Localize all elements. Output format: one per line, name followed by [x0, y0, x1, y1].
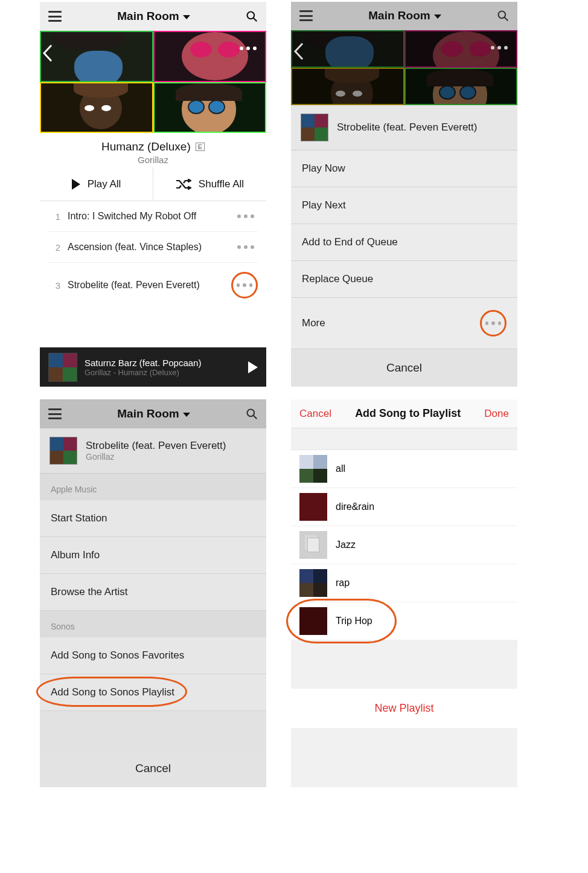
playlist-row[interactable]: Jazz — [291, 526, 517, 564]
now-playing-art — [48, 353, 77, 382]
room-name: Main Room — [117, 407, 179, 420]
shuffle-icon — [176, 178, 191, 190]
action-replace-queue[interactable]: Replace Queue — [291, 261, 517, 298]
playlist-art — [299, 493, 327, 521]
new-playlist-label: New Playlist — [374, 702, 433, 714]
playlist-row[interactable]: dire&rain — [291, 488, 517, 526]
chevron-down-icon — [183, 15, 190, 19]
playlist-name: Trip Hop — [336, 616, 372, 627]
action-play-now[interactable]: Play Now — [291, 150, 517, 187]
album-title: Humanz (Deluxe) — [101, 140, 191, 153]
modal-title: Add Song to Playlist — [355, 407, 461, 420]
room-name: Main Room — [368, 9, 430, 22]
play-all-button[interactable]: Play All — [40, 167, 153, 201]
menu-icon[interactable] — [48, 11, 62, 22]
track-title: Ascension (feat. Vince Staples) — [68, 241, 234, 253]
section-sonos: Sonos — [40, 611, 266, 637]
done-button[interactable]: Done — [484, 408, 509, 420]
more-dots-icon[interactable] — [480, 310, 507, 337]
room-selector: Main Room — [313, 9, 497, 22]
action-browse-artist[interactable]: Browse the Artist — [40, 574, 266, 611]
more-sheet: Strobelite (feat. Peven Everett) Gorilla… — [40, 428, 266, 787]
playlist-art — [299, 569, 327, 597]
album-artist: Gorillaz — [45, 155, 261, 165]
action-play-next[interactable]: Play Next — [291, 187, 517, 224]
action-add-favorites[interactable]: Add Song to Sonos Favorites — [40, 637, 266, 674]
search-icon[interactable] — [246, 10, 258, 22]
album-cover — [40, 31, 266, 133]
cancel-button[interactable]: Cancel — [299, 408, 331, 420]
album-more-icon[interactable] — [240, 47, 257, 50]
track-row[interactable]: 2 Ascension (feat. Vince Staples) — [48, 232, 258, 263]
song-art — [301, 114, 328, 141]
spacer — [291, 728, 517, 787]
action-add-end-queue[interactable]: Add to End of Queue — [291, 224, 517, 261]
playlist-row[interactable]: all — [291, 450, 517, 488]
playlist-name: rap — [336, 578, 350, 588]
playlist-placeholder-icon — [299, 531, 327, 559]
action-more-label: More — [302, 317, 480, 329]
room-name: Main Room — [117, 10, 179, 23]
playlist-row[interactable]: Trip Hop — [291, 602, 517, 640]
track-more-icon[interactable] — [234, 242, 258, 253]
search-icon — [246, 408, 258, 420]
track-number: 3 — [48, 280, 68, 291]
chevron-down-icon — [183, 413, 190, 417]
room-selector[interactable]: Main Room — [62, 10, 246, 23]
now-playing-bar[interactable]: Saturnz Barz (feat. Popcaan) Gorillaz - … — [40, 347, 266, 387]
song-art — [50, 437, 77, 465]
now-playing-sub: Gorillaz - Humanz (Deluxe) — [85, 368, 241, 377]
playlist-name: dire&rain — [336, 501, 374, 512]
svg-line-5 — [254, 416, 257, 419]
svg-point-0 — [248, 12, 255, 19]
track-row[interactable]: 1 Intro: I Switched My Robot Off — [48, 201, 258, 232]
menu-icon — [299, 10, 313, 21]
track-more-icon[interactable] — [231, 272, 258, 298]
track-more-icon[interactable] — [234, 211, 258, 222]
svg-point-4 — [248, 410, 255, 417]
playlist-row[interactable]: rap — [291, 564, 517, 602]
cancel-button[interactable]: Cancel — [40, 750, 266, 787]
sheet-header: Strobelite (feat. Peven Everett) — [291, 105, 517, 150]
sheet-header: Strobelite (feat. Peven Everett) Gorilla… — [40, 428, 266, 474]
explicit-badge: E — [196, 143, 205, 151]
song-title: Strobelite (feat. Peven Everett) — [86, 440, 226, 452]
action-sheet: Strobelite (feat. Peven Everett) Play No… — [291, 105, 517, 387]
track-row[interactable]: 3 Strobelite (feat. Peven Everett) — [48, 263, 258, 308]
album-meta: Humanz (Deluxe) E Gorillaz — [40, 133, 266, 167]
song-title: Strobelite (feat. Peven Everett) — [337, 121, 477, 134]
shuffle-all-button[interactable]: Shuffle All — [153, 167, 266, 201]
menu-icon — [48, 408, 62, 419]
modal-nav: Cancel Add Song to Playlist Done — [291, 399, 517, 428]
track-title: Strobelite (feat. Peven Everett) — [68, 279, 231, 291]
play-icon[interactable] — [248, 361, 258, 373]
playlist-name: all — [336, 463, 345, 474]
action-album-info[interactable]: Album Info — [40, 537, 266, 574]
chevron-down-icon — [434, 14, 441, 19]
action-more[interactable]: More — [291, 298, 517, 349]
action-start-station[interactable]: Start Station — [40, 500, 266, 537]
cancel-button[interactable]: Cancel — [291, 349, 517, 387]
svg-line-3 — [505, 18, 508, 21]
new-playlist-button[interactable]: New Playlist — [291, 689, 517, 728]
now-playing-title: Saturnz Barz (feat. Popcaan) — [85, 358, 241, 368]
back-icon[interactable] — [42, 44, 53, 62]
track-number: 2 — [48, 242, 68, 253]
back-icon — [293, 42, 304, 60]
album-cover-dimmed — [291, 30, 517, 105]
svg-point-2 — [499, 11, 506, 19]
playlist-art — [299, 455, 327, 483]
shuffle-all-label: Shuffle All — [199, 178, 244, 190]
top-bar: Main Room — [291, 2, 517, 30]
top-bar: Main Room — [40, 399, 266, 428]
track-title: Intro: I Switched My Robot Off — [68, 210, 234, 222]
song-artist: Gorillaz — [86, 452, 226, 462]
action-add-playlist[interactable]: Add Song to Sonos Playlist — [40, 674, 266, 711]
room-selector: Main Room — [62, 407, 246, 420]
playlist-art — [299, 607, 327, 635]
section-apple-music: Apple Music — [40, 474, 266, 500]
track-number: 1 — [48, 211, 68, 222]
album-more-icon — [491, 46, 508, 50]
play-icon — [72, 179, 80, 190]
svg-line-1 — [254, 18, 257, 22]
